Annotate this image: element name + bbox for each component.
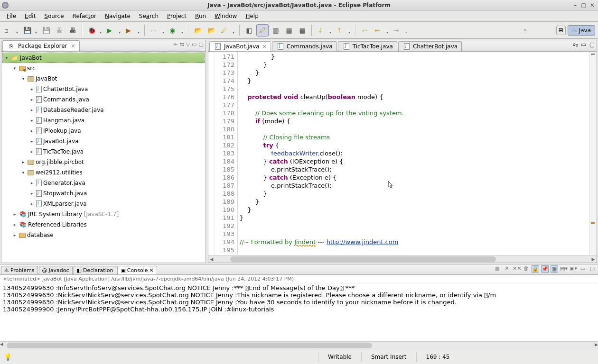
editor-tab-commands[interactable]: Commands.java bbox=[272, 41, 337, 51]
maximize-view-button[interactable]: ▢ bbox=[199, 41, 204, 47]
file-node[interactable]: ▸Stopwatch.java bbox=[2, 188, 205, 199]
new-class-button[interactable]: ◉ bbox=[167, 24, 185, 36]
minimize-editor-button[interactable]: ▭ bbox=[581, 41, 586, 48]
file-node[interactable]: ▸TicTacToe.java bbox=[2, 146, 205, 157]
toggle-highlight-button[interactable]: 🖍 bbox=[256, 24, 269, 36]
run-ext-button[interactable]: ▶ bbox=[123, 24, 141, 36]
menu-search[interactable]: Search bbox=[135, 11, 162, 21]
expand-icon[interactable]: ▾ bbox=[4, 55, 9, 60]
view-menu-button[interactable]: ▽ bbox=[186, 41, 190, 47]
referenced-libraries-node[interactable]: ▸ Referenced Libraries bbox=[2, 219, 205, 230]
toolbar-overflow-icon[interactable]: » bbox=[524, 27, 527, 33]
open-perspective-button[interactable]: ⊞ bbox=[556, 26, 566, 35]
search-button[interactable]: 🖊 bbox=[218, 24, 236, 36]
print-button[interactable]: 🖶 bbox=[53, 24, 65, 36]
run-button[interactable]: ▶ bbox=[104, 24, 122, 36]
toggle-block-button[interactable]: ▥ bbox=[270, 24, 282, 36]
collapse-all-button[interactable]: ⇤ bbox=[173, 41, 178, 47]
expand-icon[interactable]: ▾ bbox=[20, 170, 26, 175]
expand-icon[interactable]: ▸ bbox=[12, 222, 18, 227]
editor-horizontal-scrollbar[interactable]: ◀ ▶ bbox=[208, 255, 597, 263]
clear-console-button[interactable]: 🗑 bbox=[522, 265, 530, 273]
tab-console[interactable]: ▣Console✕ bbox=[117, 266, 157, 274]
file-node[interactable]: ▸XMLparser.java bbox=[2, 199, 205, 209]
code-editor[interactable]: 1711721731741751761771781791801811821831… bbox=[208, 52, 597, 255]
database-folder-node[interactable]: ▸ database bbox=[2, 230, 205, 240]
overview-ruler[interactable] bbox=[589, 52, 597, 255]
terminate-button[interactable]: ■ bbox=[494, 265, 501, 273]
menu-file[interactable]: File bbox=[3, 11, 20, 21]
expand-icon[interactable]: ▸ bbox=[20, 160, 26, 164]
forward-button[interactable]: → bbox=[391, 24, 409, 36]
open-resource-button[interactable]: 📂 bbox=[205, 24, 217, 36]
save-all-button[interactable]: 💾 bbox=[40, 24, 52, 36]
file-node[interactable]: ▸JavaBot.java bbox=[2, 136, 205, 146]
file-node[interactable]: ▸Hangman.java bbox=[2, 115, 205, 126]
show-whitespace-button[interactable]: ▤ bbox=[283, 24, 295, 36]
file-node[interactable]: ▸DatabaseReader.java bbox=[2, 105, 205, 115]
scroll-lock-button[interactable]: 🔒 bbox=[532, 265, 539, 273]
pin-console-button[interactable]: 📌 bbox=[541, 265, 549, 273]
scrollbar-thumb[interactable] bbox=[7, 343, 372, 348]
open-type-button[interactable]: 📂 bbox=[192, 24, 204, 36]
remove-all-button[interactable]: ✕✕ bbox=[513, 265, 520, 273]
console-output[interactable]: 1340524999630 :InfoServ!InfoServ@service… bbox=[0, 283, 598, 341]
package-explorer-tab[interactable]: ⎘ Package Explorer ✕ bbox=[2, 40, 80, 51]
show-source-button[interactable]: ▦ bbox=[296, 24, 308, 36]
show-console-button[interactable]: ▣ bbox=[551, 265, 558, 273]
menu-navigate[interactable]: Navigate bbox=[101, 11, 134, 21]
maximize-editor-button[interactable]: ▢ bbox=[589, 41, 595, 48]
close-tab-icon[interactable]: ✕ bbox=[149, 267, 153, 273]
editor-tab-chatterbot[interactable]: ChatterBot.java bbox=[398, 41, 462, 51]
package-node-utilities[interactable]: ▾ wei2912.utilities bbox=[2, 167, 205, 178]
src-folder-node[interactable]: ▾ src bbox=[2, 63, 205, 73]
expand-icon[interactable]: ▸ bbox=[12, 212, 18, 217]
toggle-mark-button[interactable]: ◧ bbox=[243, 24, 255, 36]
new-button[interactable]: ▫ bbox=[2, 24, 20, 36]
folding-margin[interactable] bbox=[208, 52, 215, 255]
project-node[interactable]: ▾ 📁 JavaBot bbox=[2, 53, 205, 63]
display-selected-button[interactable]: ▤▾ bbox=[560, 265, 568, 273]
jre-library-node[interactable]: ▸ JRE System Library [JavaSE-1.7] bbox=[2, 209, 205, 219]
code-content[interactable]: } } } } protected void cleanUp(boolean m… bbox=[238, 52, 589, 255]
close-button[interactable]: ✕ bbox=[589, 2, 596, 9]
prev-annotation-button[interactable]: ↑ bbox=[334, 24, 352, 36]
editor-tab-javabot[interactable]: JavaBot.java✕ bbox=[209, 41, 271, 51]
file-node[interactable]: ▸ChatterBot.java bbox=[2, 84, 205, 94]
menu-edit[interactable]: Edit bbox=[21, 11, 39, 21]
new-package-button[interactable]: ▭ bbox=[148, 24, 166, 36]
scrollbar-thumb[interactable] bbox=[230, 256, 496, 262]
perspective-java[interactable]: ♨ Java bbox=[568, 25, 595, 36]
minimize-button[interactable]: – bbox=[571, 2, 579, 9]
console-horizontal-scrollbar[interactable]: ◀ ▶ bbox=[0, 341, 598, 349]
link-editor-button[interactable]: ⇆ bbox=[180, 41, 184, 47]
print2-button[interactable]: 🖶 bbox=[66, 24, 79, 36]
file-node[interactable]: ▸Generator.java bbox=[2, 178, 205, 188]
scroll-left-icon[interactable]: ◀ bbox=[208, 256, 215, 263]
package-node-pircbot[interactable]: ▸ org.jibble.pircbot bbox=[2, 157, 205, 167]
back-button[interactable]: ← bbox=[372, 24, 390, 36]
menu-source[interactable]: Source bbox=[40, 11, 67, 21]
editor-tab-tictactoe[interactable]: TicTacToe.java bbox=[338, 41, 397, 51]
remove-launch-button[interactable]: ✕ bbox=[503, 265, 511, 273]
menu-help[interactable]: Help bbox=[242, 11, 262, 21]
close-tab-icon[interactable]: ✕ bbox=[262, 44, 267, 50]
package-tree[interactable]: ▾ 📁 JavaBot ▾ src ▾ javaBot ▸ChatterBot.… bbox=[1, 52, 206, 263]
expand-icon[interactable]: ▾ bbox=[12, 66, 18, 71]
menu-project[interactable]: Project bbox=[163, 11, 190, 21]
next-annotation-button[interactable]: ↓ bbox=[315, 24, 333, 36]
maximize-console-button[interactable]: ▢ bbox=[589, 265, 596, 273]
debug-button[interactable]: 🐞 bbox=[85, 24, 103, 36]
scroll-left-icon[interactable]: ◀ bbox=[0, 342, 3, 346]
tab-declaration[interactable]: ◧Declaration bbox=[74, 266, 117, 274]
scroll-right-icon[interactable]: ▶ bbox=[595, 342, 598, 347]
tab-problems[interactable]: ⚠Problems bbox=[1, 266, 38, 274]
save-button[interactable]: 💾 bbox=[21, 24, 39, 36]
open-console-button[interactable]: ▣▾ bbox=[570, 265, 577, 273]
package-node-javabot[interactable]: ▾ javaBot bbox=[2, 73, 205, 84]
menu-window[interactable]: Window bbox=[211, 11, 241, 21]
tab-javadoc[interactable]: @Javadoc bbox=[39, 266, 73, 274]
file-node[interactable]: ▸Commands.java bbox=[2, 94, 205, 105]
scroll-right-icon[interactable]: ▶ bbox=[590, 256, 597, 263]
minimize-view-button[interactable]: ▭ bbox=[192, 41, 196, 47]
